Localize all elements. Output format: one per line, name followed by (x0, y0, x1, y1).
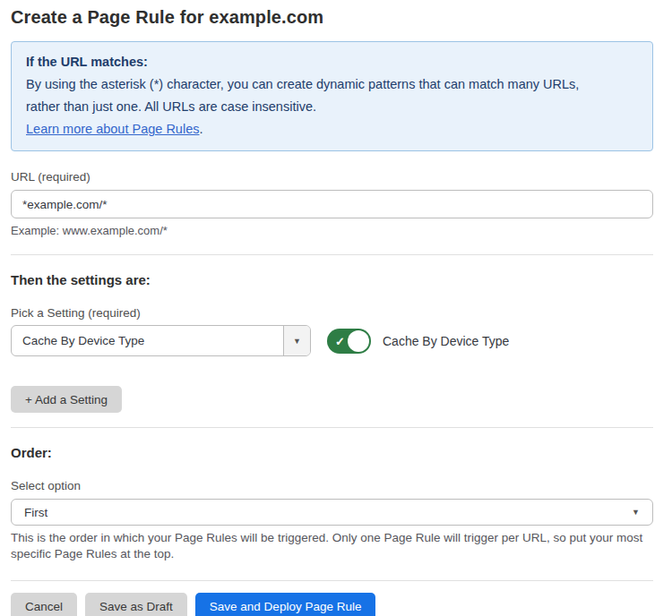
info-box-link-line: Learn more about Page Rules. (26, 118, 638, 141)
save-as-draft-button[interactable]: Save as Draft (85, 593, 187, 616)
check-icon: ✓ (335, 335, 345, 346)
setting-toggle[interactable]: ✓ (327, 329, 371, 354)
chevron-down-icon: ▼ (632, 508, 640, 517)
setting-picker-row: Cache By Device Type ▼ ✓ Cache By Device… (11, 325, 653, 356)
order-section-heading: Order: (11, 445, 653, 460)
footer-actions: Cancel Save as Draft Save and Deploy Pag… (11, 593, 653, 616)
divider-footer (11, 580, 653, 581)
page-rule-form: Create a Page Rule for example.com If th… (0, 0, 672, 616)
setting-select-arrow-button[interactable]: ▼ (283, 326, 310, 355)
url-match-info-box: If the URL matches: By using the asteris… (11, 41, 653, 151)
setting-select[interactable]: Cache By Device Type ▼ (11, 325, 311, 356)
divider-settings (11, 254, 653, 255)
order-select-label: Select option (11, 479, 653, 492)
chevron-down-icon: ▼ (293, 337, 301, 346)
page-title: Create a Page Rule for example.com (11, 7, 653, 28)
setting-toggle-label: Cache By Device Type (383, 334, 509, 348)
divider-order (11, 427, 653, 428)
settings-section-heading: Then the settings are: (11, 272, 653, 287)
learn-more-link[interactable]: Learn more about Page Rules (26, 122, 199, 136)
save-and-deploy-button[interactable]: Save and Deploy Page Rule (195, 593, 376, 616)
setting-select-value: Cache By Device Type (12, 326, 283, 355)
cancel-button[interactable]: Cancel (11, 593, 77, 616)
url-example-text: Example: www.example.com/* (11, 224, 653, 237)
add-setting-button[interactable]: + Add a Setting (11, 386, 122, 413)
toggle-knob (348, 330, 369, 352)
order-select[interactable]: First ▼ (11, 499, 653, 526)
info-box-body-line1: By using the asterisk (*) character, you… (26, 73, 638, 96)
setting-toggle-group: ✓ Cache By Device Type (327, 329, 509, 354)
link-suffix: . (199, 122, 202, 136)
order-select-value: First (24, 506, 632, 519)
order-help-text: This is the order in which your Page Rul… (11, 530, 653, 562)
info-box-body-line2: rather than just one. All URLs are case … (26, 96, 638, 118)
setting-picker-label: Pick a Setting (required) (11, 306, 653, 320)
url-field-label: URL (required) (11, 170, 653, 184)
info-box-heading: If the URL matches: (26, 51, 638, 73)
url-input[interactable] (11, 190, 653, 218)
